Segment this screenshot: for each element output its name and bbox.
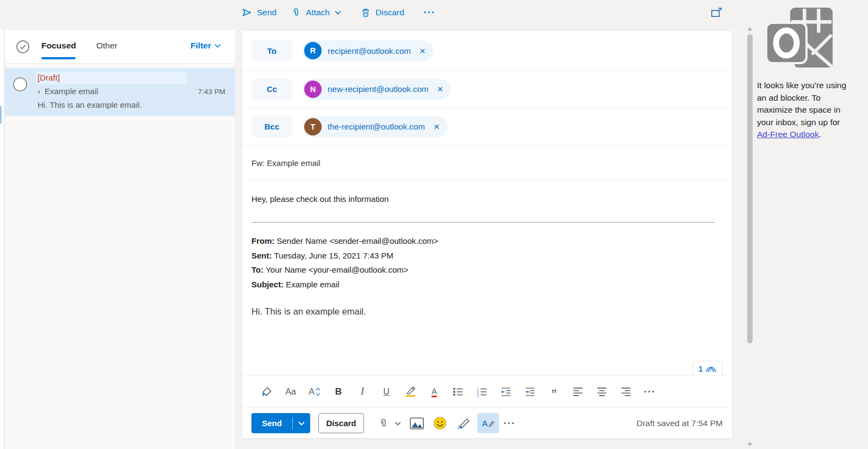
bold-icon[interactable]: B [327,380,350,404]
subject-field[interactable]: Fw: Example email [242,146,732,180]
editor-suggestions-chip[interactable]: 1 [692,361,723,376]
recipient-chip-to[interactable]: R recipient@outlook.com × [303,40,433,61]
discard-command-label: Discard [375,8,404,17]
italic-icon[interactable]: I [350,380,374,404]
draft-label: [Draft] [38,73,60,82]
tab-other[interactable]: Other [96,41,118,51]
bcc-field-button[interactable]: Bcc [251,116,292,137]
scrollbar-thumb[interactable] [747,34,753,343]
editor-button[interactable]: A [477,413,499,433]
chevron-down-icon [214,44,221,48]
ad-panel: It looks like you're using an ad blocker… [757,0,866,449]
quoted-header-line: Subject:Example email [251,278,439,292]
align-right-icon[interactable] [614,380,638,404]
mail-subject-row: › Example email [38,87,98,96]
remove-recipient-icon[interactable]: × [420,46,426,56]
filter-button[interactable]: Filter [190,41,221,51]
tab-focused[interactable]: Focused [41,41,76,51]
more-options-icon[interactable]: ··· [503,413,515,433]
quoted-body-text: Hi. This is an example email. [251,306,366,317]
quoted-divider [251,222,715,223]
bulleted-list-icon[interactable] [446,380,470,404]
attach-command[interactable]: Attach [291,0,341,24]
left-edge-marker [0,106,2,124]
ad-free-outlook-link[interactable]: Ad-Free Outlook [757,130,819,139]
ink-draw-icon[interactable] [457,413,471,433]
underline-icon[interactable]: U [374,380,398,404]
text-highlight-icon[interactable] [398,380,422,404]
quoted-header-line: From:Sender Name <sender-email@outlook.c… [251,234,439,249]
editor-suggestions-count: 1 [698,364,703,373]
cc-field-button[interactable]: Cc [251,79,292,100]
subject-value: Fw: Example email [251,158,321,168]
font-icon[interactable]: Aa [279,380,303,404]
scroll-down-arrow[interactable] [747,443,753,446]
recipient-chip-cc[interactable]: N new-recipient@outlook.com × [303,79,451,100]
discard-button[interactable]: Discard [318,413,364,433]
quoted-header-line: To:Your Name <your-email@outlook.com> [251,263,439,278]
align-center-icon[interactable] [590,380,614,404]
mail-item-subject: Example email [45,87,98,96]
decrease-indent-icon[interactable] [494,380,518,404]
recipient-chip-bcc[interactable]: T the-recipient@outlook.com × [303,116,447,137]
editor-tent-icon [705,365,717,372]
numbered-list-icon[interactable]: 123 [470,380,494,404]
bcc-row: Bcc T the-recipient@outlook.com × [242,108,732,146]
discard-command[interactable]: Discard [361,0,404,24]
filter-label: Filter [190,41,211,51]
compose-body-editor[interactable]: Hey, please check out this information F… [242,180,732,376]
message-list-header: Focused Other Filter [5,30,235,64]
popout-icon[interactable] [711,0,723,24]
insert-image-icon[interactable] [410,413,424,433]
ad-blocker-message: It looks like you're using an ad blocker… [757,79,852,141]
command-bar-more-button[interactable]: ··· [423,0,435,24]
mail-item-preview: Hi. This is an example email. [38,100,141,109]
folder-pane-collapsed-strip [0,30,4,449]
outlook-compose-screen: Send Attach Discard ··· Focused Other [0,0,868,449]
paperclip-icon [291,7,301,18]
quote-icon[interactable]: ” [542,380,566,404]
active-tab-underline [41,57,76,59]
remove-recipient-icon[interactable]: × [434,121,440,132]
body-message: Hey, please check out this information [251,194,389,204]
attach-options-chevron-icon[interactable] [395,413,401,433]
quoted-header-line: Sent:Tuesday, June 15, 2021 7:43 PM [251,249,439,263]
attach-file-icon[interactable] [378,413,389,433]
mail-item-time: 7:43 PM [198,88,225,96]
recipient-email: recipient@outlook.com [328,46,411,56]
formatting-toolbar: Aa A B I U A 123 [242,376,732,407]
to-row: To R recipient@outlook.com × [242,31,732,71]
send-command-label: Send [257,8,276,17]
scroll-up-arrow[interactable] [747,27,753,30]
draft-saved-status: Draft saved at 7:54 PM [636,408,723,439]
align-left-icon[interactable] [566,380,590,404]
mail-list-item[interactable]: [Draft] › Example email 7:43 PM Hi. This… [5,68,235,116]
cc-row: Cc N new-recipient@outlook.com × [242,71,732,108]
font-color-icon[interactable]: A [422,380,446,404]
to-field-button[interactable]: To [251,40,292,61]
message-list-pane: Focused Other Filter [Draft] › Example e… [5,30,235,449]
font-size-icon[interactable]: A [303,380,327,404]
remove-recipient-icon[interactable]: × [437,84,443,94]
send-options-chevron-icon[interactable] [293,421,310,426]
expand-chevron-icon[interactable]: › [38,87,40,96]
outlook-grid-logo-icon [766,8,833,71]
svg-text:3: 3 [477,393,479,397]
emoji-icon[interactable] [433,413,447,433]
more-formatting-icon[interactable]: ··· [638,380,662,404]
vertical-scrollbar [746,24,754,449]
chevron-down-icon [335,10,341,15]
avatar: R [304,42,322,59]
trash-icon [361,7,371,18]
send-command[interactable]: Send [241,0,276,24]
format-painter-icon[interactable] [255,380,279,404]
send-bar: Send Discard A [242,407,732,438]
mail-item-select-radio[interactable] [13,77,28,94]
avatar: T [304,118,322,136]
send-button-label: Send [251,419,292,428]
attach-command-label: Attach [306,8,330,17]
send-icon [241,7,252,18]
increase-indent-icon[interactable] [518,380,542,404]
send-button[interactable]: Send [251,413,310,433]
select-all-checkbox-icon[interactable] [16,40,30,56]
